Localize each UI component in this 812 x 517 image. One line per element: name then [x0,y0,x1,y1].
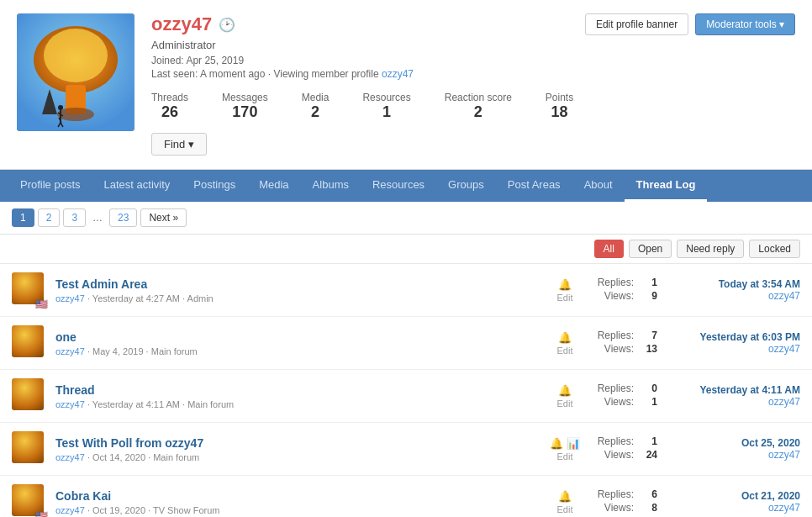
thread-author-link[interactable]: ozzy47 [55,399,85,409]
thread-stats: Replies:6 Views:8 [590,488,657,515]
thread-title-link[interactable]: one [55,330,76,344]
top-pagination: 1 2 3 … 23 Next » [0,202,812,235]
tab-post-areas[interactable]: Post Areas [496,170,572,202]
last-activity-user[interactable]: ozzy47 [666,343,800,355]
views-label: Views: [604,449,634,461]
filter-open-button[interactable]: Open [629,240,672,258]
svg-point-4 [57,108,94,121]
thread-avatar: 🇺🇸 [12,272,47,308]
tab-about[interactable]: About [572,170,625,202]
edit-icon[interactable]: Edit [557,398,573,409]
last-activity-date: Yesterday at 4:11 AM [666,384,800,396]
thread-stats: Replies:1 Views:9 [590,277,657,303]
thread-title-link[interactable]: Test With Poll from ozzy47 [55,436,203,450]
thread-list: 🇺🇸 Test Admin Area ozzy47 · Yesterday at… [0,264,812,517]
svg-point-6 [58,105,63,110]
views-label: Views: [604,290,634,302]
last-activity-user[interactable]: ozzy47 [666,396,800,408]
thread-author-link[interactable]: ozzy47 [55,505,85,515]
thread-info: Test Admin Area ozzy47 · Yesterday at 4:… [55,277,540,303]
tab-postings[interactable]: Postings [182,170,247,202]
pagination-dots: … [89,209,106,226]
views-count: 9 [637,290,657,302]
thread-author-link[interactable]: ozzy47 [55,452,85,462]
last-activity-user[interactable]: ozzy47 [666,449,800,461]
last-activity-user[interactable]: ozzy47 [666,502,800,514]
thread-info: Thread ozzy47 · Yesterday at 4:11 AM · M… [55,383,540,409]
profile-nav: Profile posts Latest activity Postings M… [0,170,812,202]
tab-groups[interactable]: Groups [436,170,496,202]
replies-label: Replies: [598,382,634,394]
thread-title-link[interactable]: Thread [55,383,95,397]
thread-last-activity: Yesterday at 6:03 PM ozzy47 [666,331,800,355]
filter-bar: All Open Need reply Locked [0,235,812,264]
last-activity-date: Today at 3:54 AM [666,278,800,290]
avatar [17,13,134,131]
mod-tools-button[interactable]: Moderator tools ▾ [695,13,795,35]
thread-action-icons: 🔔 📊 Edit [548,437,582,462]
tab-media[interactable]: Media [247,170,300,202]
thread-avatar [12,431,47,467]
views-label: Views: [604,502,634,514]
replies-label: Replies: [598,488,634,500]
find-button[interactable]: Find ▾ [151,133,207,156]
bell-icon[interactable]: 🔔 [558,278,572,291]
profile-header: ozzy47 🕑 Administrator Joined: Apr 25, 2… [0,0,812,170]
page-23-button[interactable]: 23 [109,208,137,227]
thread-meta: ozzy47 · Oct 19, 2020 · TV Show Forum [55,505,540,515]
thread-title-link[interactable]: Cobra Kai [55,489,111,503]
edit-icon[interactable]: Edit [557,451,573,462]
views-label: Views: [604,396,634,408]
profile-last-seen-link[interactable]: ozzy47 [382,68,414,80]
next-button[interactable]: Next » [140,208,187,227]
views-count: 1 [637,396,657,408]
views-count: 24 [637,449,657,461]
profile-last-seen: Last seen: A moment ago · Viewing member… [151,68,414,80]
bell-icon[interactable]: 🔔 [558,331,572,344]
thread-action-icons: 🔔 Edit [548,331,582,356]
edit-icon[interactable]: Edit [557,504,573,514]
edit-icon[interactable]: Edit [557,293,573,303]
page-3-button[interactable]: 3 [63,208,86,227]
bell-icon[interactable]: 🔔 [558,490,572,503]
filter-locked-button[interactable]: Locked [749,240,800,258]
replies-count: 0 [637,382,657,394]
svg-point-2 [44,29,108,82]
history-icon[interactable]: 🕑 [219,17,235,33]
thread-author-link[interactable]: ozzy47 [55,293,85,303]
tab-thread-log[interactable]: Thread Log [625,170,708,202]
tab-latest-activity[interactable]: Latest activity [92,170,182,202]
page-2-button[interactable]: 2 [38,208,61,227]
thread-info: Test With Poll from ozzy47 ozzy47 · Oct … [55,436,540,462]
flag-icon: 🇺🇸 [35,511,47,517]
tab-albums[interactable]: Albums [301,170,361,202]
tab-resources[interactable]: Resources [361,170,436,202]
avatar-image [17,13,134,131]
thread-title-link[interactable]: Test Admin Area [55,277,147,291]
page-1-button[interactable]: 1 [12,208,34,227]
filter-all-button[interactable]: All [594,240,624,258]
tab-profile-posts[interactable]: Profile posts [8,170,92,202]
table-row: one ozzy47 · May 4, 2019 · Main forum 🔔 … [0,317,812,370]
filter-need-reply-button[interactable]: Need reply [677,240,744,258]
last-activity-date: Yesterday at 6:03 PM [666,331,800,343]
profile-role: Administrator [151,39,414,51]
profile-stats: Threads 26 Messages 170 Media 2 Resource… [151,92,795,121]
thread-meta: ozzy47 · Yesterday at 4:11 AM · Main for… [55,399,540,409]
bell-icon[interactable]: 🔔 [558,384,572,397]
last-activity-user[interactable]: ozzy47 [666,290,800,302]
thread-stats: Replies:1 Views:24 [590,435,657,462]
thread-author-link[interactable]: ozzy47 [55,346,85,356]
replies-count: 7 [637,330,657,341]
chart-icon[interactable]: 📊 [567,437,580,450]
views-count: 13 [637,343,657,355]
thread-stats: Replies:7 Views:13 [590,330,657,356]
bell-icon[interactable]: 🔔 [550,437,563,450]
profile-info: ozzy47 🕑 Administrator Joined: Apr 25, 2… [151,13,795,156]
flag-icon: 🇺🇸 [35,299,47,308]
table-row: Test With Poll from ozzy47 ozzy47 · Oct … [0,423,812,476]
edit-icon[interactable]: Edit [557,346,573,356]
table-row: 🇺🇸 Test Admin Area ozzy47 · Yesterday at… [0,264,812,317]
replies-count: 1 [637,277,657,288]
edit-banner-button[interactable]: Edit profile banner [585,13,688,35]
